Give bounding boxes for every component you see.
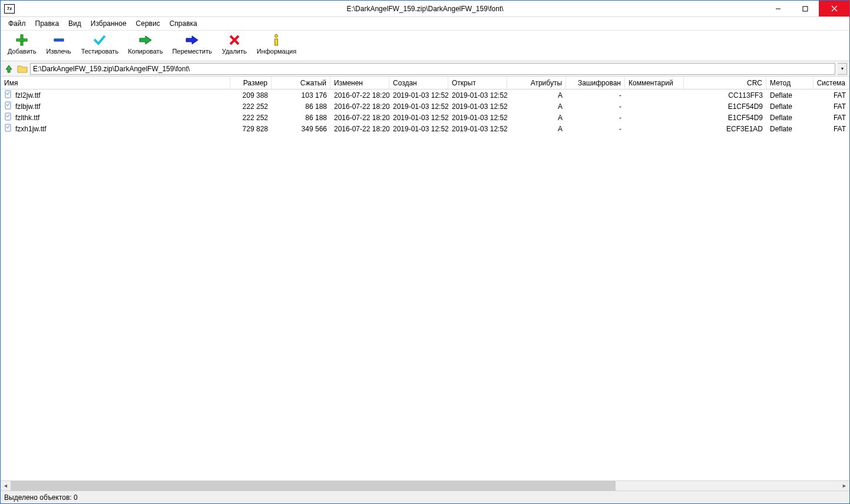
cell-system: FAT [813, 102, 849, 111]
delete-icon [227, 34, 242, 47]
cell-system: FAT [813, 125, 849, 133]
add-button[interactable]: Добавить [3, 32, 41, 61]
col-encrypted[interactable]: Зашифрован [566, 77, 625, 89]
path-input[interactable] [30, 63, 835, 75]
cell-created: 2019-01-03 12:52 [389, 114, 448, 122]
column-headers: Имя Размер Сжатый Изменен Создан Открыт … [1, 77, 849, 89]
minimize-button[interactable] [765, 1, 792, 16]
cell-method: Deflate [766, 91, 813, 100]
info-icon [269, 34, 284, 47]
cell-created: 2019-01-03 12:52 [389, 125, 448, 133]
plus-icon [14, 34, 29, 47]
extract-button[interactable]: Извлечь [41, 32, 77, 61]
info-label: Информация [257, 48, 296, 55]
cell-accessed: 2019-01-03 12:52 [448, 125, 507, 133]
cell-method: Deflate [766, 102, 813, 111]
menu-tools[interactable]: Сервис [132, 18, 164, 29]
table-row[interactable]: fzxh1jw.ttf729 828349 5662016-07-22 18:2… [1, 123, 849, 134]
horizontal-scrollbar[interactable]: ◄ ► [1, 480, 849, 490]
cell-attributes: A [507, 91, 566, 100]
window-controls [765, 1, 849, 16]
table-row[interactable]: fzlbjw.ttf222 25286 1882016-07-22 18:202… [1, 101, 849, 112]
cell-name: fzl2jw.ttf [1, 90, 230, 100]
folder-icon [17, 64, 28, 74]
scroll-track[interactable] [11, 481, 839, 491]
table-row[interactable]: fzlthk.ttf222 25286 1882016-07-22 18:202… [1, 112, 849, 123]
file-list[interactable]: fzl2jw.ttf209 388103 1762016-07-22 18:20… [1, 89, 849, 480]
cell-name: fzxh1jw.ttf [1, 124, 230, 134]
copy-button[interactable]: Копировать [123, 32, 167, 61]
toolbar: Добавить Извлечь Тестировать Копировать … [1, 31, 849, 61]
scroll-thumb[interactable] [11, 481, 616, 491]
cell-modified: 2016-07-22 18:20 [330, 114, 389, 122]
menu-favorites[interactable]: Избранное [87, 18, 131, 29]
maximize-icon [802, 6, 808, 12]
menu-file[interactable]: Файл [4, 18, 30, 29]
cell-name: fzlthk.ttf [1, 112, 230, 122]
cell-encrypted: - [566, 114, 625, 122]
table-row[interactable]: fzl2jw.ttf209 388103 1762016-07-22 18:20… [1, 89, 849, 101]
cell-packed: 86 188 [272, 114, 330, 122]
cell-modified: 2016-07-22 18:20 [330, 91, 389, 100]
cell-size: 222 252 [230, 114, 272, 122]
col-attributes[interactable]: Атрибуты [507, 77, 566, 89]
cell-size: 729 828 [230, 125, 272, 133]
col-modified[interactable]: Изменен [330, 77, 389, 89]
scroll-right-button[interactable]: ► [839, 481, 849, 491]
cell-crc: E1CF54D9 [684, 114, 766, 122]
cell-system: FAT [813, 114, 849, 122]
svg-marker-7 [140, 36, 151, 44]
close-icon [831, 5, 838, 12]
delete-button[interactable]: Удалить [217, 32, 252, 61]
cell-method: Deflate [766, 125, 813, 133]
svg-point-11 [275, 34, 278, 37]
col-comment[interactable]: Комментарий [625, 77, 684, 89]
col-packed[interactable]: Сжатый [272, 77, 330, 89]
cell-packed: 86 188 [272, 102, 330, 111]
file-name: fzlthk.ttf [15, 113, 40, 122]
titlebar[interactable]: 7z E:\DarkAngelFW_159.zip\DarkAngelFW_15… [1, 1, 849, 17]
move-button[interactable]: Переместить [167, 32, 216, 61]
cell-attributes: A [507, 114, 566, 122]
svg-rect-5 [16, 39, 27, 41]
col-created[interactable]: Создан [389, 77, 448, 89]
addressbar: ▾ [1, 61, 849, 77]
file-name: fzl2jw.ttf [15, 91, 41, 100]
menu-view[interactable]: Вид [64, 18, 85, 29]
svg-marker-8 [186, 36, 198, 44]
cell-encrypted: - [566, 91, 625, 100]
cell-attributes: A [507, 102, 566, 111]
nav-up-button[interactable] [3, 63, 15, 75]
file-icon [4, 90, 15, 100]
menu-help[interactable]: Справка [166, 18, 201, 29]
file-icon [4, 101, 15, 111]
scroll-left-button[interactable]: ◄ [1, 481, 11, 491]
info-button[interactable]: Информация [252, 32, 301, 61]
cell-size: 209 388 [230, 91, 272, 100]
file-icon [4, 124, 15, 134]
file-icon [4, 112, 15, 122]
path-dropdown-button[interactable]: ▾ [838, 63, 847, 75]
cell-crc: ECF3E1AD [684, 125, 766, 133]
col-accessed[interactable]: Открыт [448, 77, 507, 89]
test-button[interactable]: Тестировать [77, 32, 124, 61]
app-window: 7z E:\DarkAngelFW_159.zip\DarkAngelFW_15… [0, 0, 850, 504]
cell-encrypted: - [566, 125, 625, 133]
app-icon: 7z [4, 4, 15, 14]
cell-method: Deflate [766, 114, 813, 122]
cell-attributes: A [507, 125, 566, 133]
svg-marker-14 [18, 66, 27, 72]
col-crc[interactable]: CRC [684, 77, 766, 89]
col-method[interactable]: Метод [766, 77, 813, 89]
close-button[interactable] [819, 1, 849, 16]
cell-accessed: 2019-01-03 12:52 [448, 91, 507, 100]
col-system[interactable]: Система [813, 77, 849, 89]
add-label: Добавить [8, 48, 37, 55]
col-name[interactable]: Имя [1, 77, 230, 89]
svg-marker-13 [6, 65, 12, 72]
maximize-button[interactable] [792, 1, 819, 16]
menubar: Файл Правка Вид Избранное Сервис Справка [1, 17, 849, 31]
cell-created: 2019-01-03 12:52 [389, 102, 448, 111]
col-size[interactable]: Размер [230, 77, 272, 89]
menu-edit[interactable]: Правка [31, 18, 64, 29]
